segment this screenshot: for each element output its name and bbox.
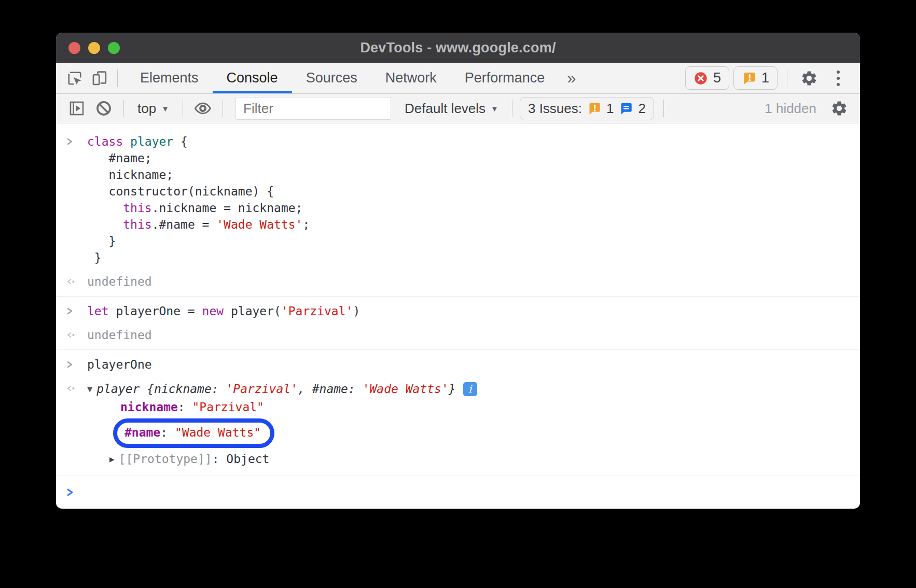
issues-label: 3 Issues: — [528, 101, 582, 117]
code-token: } — [87, 251, 102, 264]
prototype-value: Object — [226, 452, 269, 466]
code-line: } — [87, 233, 850, 249]
command-chevron-icon — [65, 356, 87, 373]
code-token: 'Wade Watts' — [363, 382, 449, 396]
code-token: } — [449, 382, 456, 396]
device-toolbar-icon[interactable] — [87, 66, 112, 91]
object-preview-row: ▼player {nickname: 'Parzival', #name: 'W… — [87, 380, 850, 398]
toolbar-divider — [787, 69, 787, 87]
code-line: nickname; — [87, 166, 850, 183]
screen-background: DevTools - www.google.com/ Elements Cons… — [0, 0, 916, 588]
code-token: .nickname = nickname; — [152, 201, 303, 215]
issues-button[interactable]: 3 Issues: 1 2 — [520, 97, 654, 120]
property-separator: : — [212, 452, 227, 466]
log-result-undefined-1: undefined — [56, 270, 860, 293]
issues-warning-count: 1 — [606, 101, 614, 117]
code-token: 'Parzival' — [226, 382, 298, 396]
console-entry-divider — [56, 475, 860, 475]
log-levels-selector[interactable]: Default levels ▼ — [398, 101, 505, 117]
issue-warning-icon — [587, 102, 601, 116]
console-entry-body: undefined — [87, 273, 850, 290]
command-chevron-icon — [65, 133, 87, 266]
result-value: undefined — [87, 327, 850, 343]
code-token: ) — [353, 304, 360, 318]
more-tabs-icon[interactable]: » — [559, 69, 584, 88]
console-entry-body: ▼player {nickname: 'Parzival', #name: 'W… — [87, 380, 850, 469]
code-token: this — [123, 201, 151, 215]
console-settings-gear-icon[interactable] — [827, 96, 852, 121]
console-input-area[interactable] — [87, 484, 850, 500]
result-return-icon — [65, 380, 87, 469]
expand-triangle-icon[interactable]: ▶ — [109, 454, 115, 464]
object-property-row: #name: "Wade Watts" — [120, 417, 850, 450]
console-entry-body: playerOne — [87, 356, 850, 373]
console-entry-body: let playerOne = new player('Parzival') — [87, 303, 850, 319]
tab-network[interactable]: Network — [371, 63, 451, 93]
error-count: 5 — [713, 70, 721, 86]
result-return-icon — [65, 273, 87, 290]
object-preview-text: player {nickname: 'Parzival', #name: 'Wa… — [96, 382, 455, 396]
hidden-messages-label: 1 hidden — [765, 101, 816, 117]
tab-performance[interactable]: Performance — [451, 63, 559, 93]
code-token: class — [87, 135, 130, 148]
chevron-down-icon: ▼ — [161, 104, 169, 113]
filter-input[interactable] — [235, 97, 391, 120]
warning-count-badge[interactable]: 1 — [733, 66, 778, 90]
tab-console[interactable]: Console — [213, 63, 292, 93]
code-line: class player { — [87, 133, 850, 150]
code-token — [87, 201, 123, 215]
live-expression-eye-icon[interactable] — [190, 96, 215, 121]
code-token: , #name: — [298, 382, 363, 396]
inspect-element-icon[interactable] — [62, 66, 87, 91]
error-icon — [693, 71, 708, 86]
code-token: player — [130, 135, 173, 148]
code-line: #name; — [87, 150, 850, 166]
tab-sources[interactable]: Sources — [292, 63, 371, 93]
code-token: this — [123, 218, 151, 231]
menu-dots-icon[interactable] — [826, 66, 851, 91]
console-toolbar: top ▼ Default levels ▼ 3 Issues: — [56, 94, 860, 123]
log-let-playerone: let playerOne = new player('Parzival') — [56, 299, 860, 323]
clear-console-icon[interactable] — [91, 96, 116, 121]
object-property-row: nickname: "Parzival" — [120, 398, 850, 417]
collapse-triangle-icon[interactable]: ▼ — [87, 384, 92, 394]
code-line: playerOne — [87, 356, 850, 373]
warning-count: 1 — [761, 70, 769, 86]
code-line: constructor(nickname) { — [87, 183, 850, 200]
error-count-badge[interactable]: 5 — [685, 66, 729, 90]
console-sidebar-icon[interactable] — [64, 96, 89, 121]
settings-gear-icon[interactable] — [797, 66, 822, 91]
toolbar-divider — [663, 100, 664, 117]
code-token: .#name = — [152, 218, 217, 231]
panel-tabs: Elements Console Sources Network Perform… — [126, 63, 559, 93]
toolbar-divider — [123, 100, 124, 117]
code-line: let playerOne = new player('Parzival') — [87, 303, 850, 319]
code-token: let — [87, 304, 109, 318]
context-selector-label: top — [137, 101, 156, 117]
window-title: DevTools - www.google.com/ — [360, 40, 556, 56]
code-token: { — [173, 135, 188, 148]
prototype-label: [[Prototype]] — [119, 452, 212, 466]
close-button[interactable] — [68, 42, 80, 54]
code-token: playerOne — [87, 358, 152, 371]
code-token: player — [96, 382, 147, 396]
traffic-lights — [68, 33, 120, 63]
chevron-down-icon: ▼ — [491, 104, 498, 113]
toolbar-divider — [223, 100, 223, 117]
property-name: #name — [124, 426, 160, 439]
tab-elements[interactable]: Elements — [126, 63, 213, 93]
code-token: } — [87, 234, 116, 248]
property-value: "Parzival" — [192, 400, 263, 414]
minimize-button[interactable] — [88, 42, 100, 54]
log-levels-label: Default levels — [405, 101, 485, 117]
issue-warning-icon — [742, 71, 756, 86]
zoom-button[interactable] — [108, 42, 120, 54]
toolbar-divider — [512, 100, 512, 117]
console-panel: class player { #name; nickname; construc… — [56, 123, 860, 508]
titlebar[interactable]: DevTools - www.google.com/ — [56, 33, 860, 63]
log-result-undefined-2: undefined — [56, 323, 860, 347]
info-badge-icon[interactable]: i — [463, 382, 477, 396]
property-separator: : — [178, 400, 192, 414]
console-prompt[interactable] — [56, 478, 860, 500]
context-selector[interactable]: top ▼ — [131, 101, 175, 117]
